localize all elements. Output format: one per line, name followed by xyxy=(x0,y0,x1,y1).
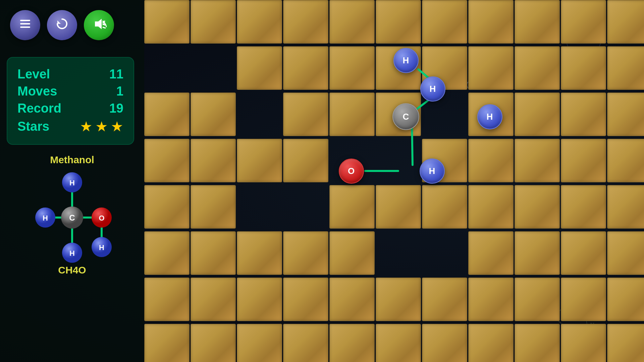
grid-cell[interactable] xyxy=(607,0,644,44)
star-3: ★ xyxy=(111,118,123,135)
grid-cell[interactable] xyxy=(283,93,328,136)
grid-cell[interactable] xyxy=(422,324,467,362)
grid-cell[interactable] xyxy=(237,278,282,321)
grid-cell[interactable] xyxy=(607,185,644,229)
grid-cell[interactable] xyxy=(561,185,606,229)
svg-text:C: C xyxy=(69,213,75,222)
grid-cell[interactable] xyxy=(191,231,236,275)
grid-cell[interactable] xyxy=(329,185,375,229)
grid-cell[interactable] xyxy=(329,278,375,321)
atom-C[interactable]: C xyxy=(392,103,419,130)
grid-cell[interactable] xyxy=(561,46,606,90)
menu-button[interactable] xyxy=(10,10,40,40)
level-row: Level 11 xyxy=(17,67,123,81)
atom-H[interactable]: H xyxy=(420,159,445,184)
sound-icon xyxy=(92,16,107,34)
grid-cell[interactable] xyxy=(515,278,560,321)
grid-container[interactable]: HHCHHO xyxy=(144,0,644,362)
atom-H[interactable]: H xyxy=(420,76,445,102)
restart-button[interactable] xyxy=(47,10,77,40)
grid-cell[interactable] xyxy=(607,324,644,362)
grid-cell[interactable] xyxy=(191,278,236,321)
grid-cell[interactable] xyxy=(376,0,421,44)
grid-cell[interactable] xyxy=(561,139,606,182)
svg-rect-19 xyxy=(20,26,30,28)
atom-H[interactable]: H xyxy=(477,104,502,129)
grid-cell[interactable] xyxy=(376,278,421,321)
record-row: Record 19 xyxy=(17,101,123,116)
stars-label: Stars xyxy=(17,119,49,134)
grid-cell[interactable] xyxy=(468,0,514,44)
grid-cell[interactable] xyxy=(607,93,644,136)
grid-cell[interactable] xyxy=(468,324,514,362)
grid-cell[interactable] xyxy=(561,93,606,136)
grid-cell[interactable] xyxy=(329,0,375,44)
grid-cell[interactable] xyxy=(422,278,467,321)
grid-cell[interactable] xyxy=(515,0,560,44)
grid-cell[interactable] xyxy=(561,324,606,362)
grid-cell[interactable] xyxy=(468,278,514,321)
grid-cell[interactable] xyxy=(515,46,560,90)
grid-cell[interactable] xyxy=(144,231,190,275)
stars-container: ★ ★ ★ xyxy=(80,118,123,135)
atom-bond xyxy=(364,170,399,172)
grid-area: HHCHHO xyxy=(144,0,644,362)
grid-cell[interactable] xyxy=(515,324,560,362)
grid-cell[interactable] xyxy=(468,46,514,90)
grid-cell[interactable] xyxy=(515,93,560,136)
grid-cell[interactable] xyxy=(422,185,467,229)
grid-cell[interactable] xyxy=(283,139,328,182)
grid-cell[interactable] xyxy=(283,46,328,90)
grid-cell[interactable] xyxy=(191,185,236,229)
grid-cell[interactable] xyxy=(561,278,606,321)
grid-cell[interactable] xyxy=(468,231,514,275)
grid-cell[interactable] xyxy=(283,324,328,362)
grid-cell[interactable] xyxy=(237,231,282,275)
grid-cell[interactable] xyxy=(237,46,282,90)
grid-cell[interactable] xyxy=(376,185,421,229)
grid-cell[interactable] xyxy=(191,0,236,44)
grid-cell[interactable] xyxy=(191,324,236,362)
grid-cell[interactable] xyxy=(144,0,190,44)
grid-cell[interactable] xyxy=(144,278,190,321)
sound-button[interactable] xyxy=(84,10,114,40)
atom-H[interactable]: H xyxy=(393,48,419,73)
grid-cell[interactable] xyxy=(515,231,560,275)
svg-line-25 xyxy=(103,27,106,28)
grid-cell[interactable] xyxy=(607,278,644,321)
grid-cell[interactable] xyxy=(376,324,421,362)
grid-cell[interactable] xyxy=(144,185,190,229)
grid-cell[interactable] xyxy=(561,231,606,275)
atom-O[interactable]: O xyxy=(339,159,364,184)
grid-cell[interactable] xyxy=(237,0,282,44)
grid-cell[interactable] xyxy=(329,231,375,275)
grid-cell[interactable] xyxy=(329,93,375,136)
grid-cell[interactable] xyxy=(607,231,644,275)
grid-cell[interactable] xyxy=(329,324,375,362)
grid-cell[interactable] xyxy=(329,46,375,90)
grid-cell[interactable] xyxy=(515,185,560,229)
grid-cell[interactable] xyxy=(468,139,514,182)
svg-marker-21 xyxy=(95,19,102,29)
grid-cell[interactable] xyxy=(191,93,236,136)
grid-cell[interactable] xyxy=(144,93,190,136)
menu-icon xyxy=(18,18,32,33)
grid-cell[interactable] xyxy=(144,324,190,362)
grid-cell[interactable] xyxy=(422,0,467,44)
grid-cell[interactable] xyxy=(144,139,190,182)
level-value: 11 xyxy=(109,67,123,81)
grid-cell[interactable] xyxy=(191,139,236,182)
grid-cell[interactable] xyxy=(283,278,328,321)
svg-text:H: H xyxy=(69,249,75,257)
grid-cell[interactable] xyxy=(607,139,644,182)
molecule-area: Methanol C H H H xyxy=(7,154,138,282)
stats-panel: Level 11 Moves 1 Record 19 Stars ★ ★ ★ xyxy=(7,57,134,145)
grid-cell[interactable] xyxy=(607,46,644,90)
grid-cell[interactable] xyxy=(237,139,282,182)
grid-cell[interactable] xyxy=(283,0,328,44)
grid-cell[interactable] xyxy=(561,0,606,44)
grid-cell[interactable] xyxy=(468,185,514,229)
grid-cell[interactable] xyxy=(515,139,560,182)
grid-cell[interactable] xyxy=(283,231,328,275)
grid-cell[interactable] xyxy=(237,324,282,362)
